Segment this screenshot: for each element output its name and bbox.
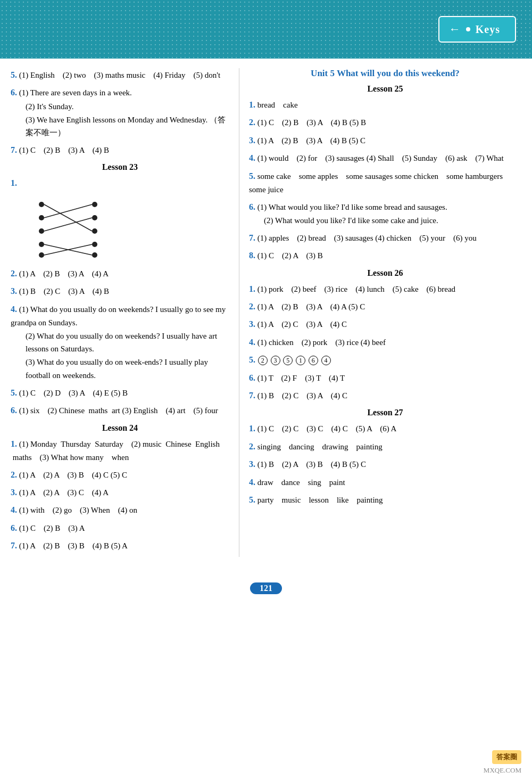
l26-q1-number: 1. (249, 284, 255, 293)
q7-block: 7. (1) C (2) B (3) A (4) B (11, 143, 229, 157)
l26-q5-number: 5. (249, 355, 255, 364)
l25-q6-line1: (1) What would you like? I'd like some b… (255, 203, 447, 211)
content-area: 5. (1) English (2) two (3) maths music (… (0, 59, 532, 573)
l25-q3-number: 3. (249, 136, 255, 145)
l25-q5-content: some cake some apples some sausages some… (249, 172, 509, 194)
svg-line-8 (44, 218, 92, 231)
l24-q3-number: 3. (11, 488, 17, 497)
l23-q6-content: (1) six (2) Chinese maths art (3) Englis… (19, 406, 218, 415)
back-arrow-icon: ← (449, 22, 461, 36)
l24-q1-block: 1. (1) Monday Thursday Saturday (2) musi… (11, 437, 229, 464)
l26-q2-block: 2. (1) A (2) B (3) A (4) A (5) C (249, 300, 521, 314)
l26-q7-block: 7. (1) B (2) C (3) A (4) C (249, 389, 521, 403)
q7-number: 7. (11, 145, 17, 154)
l26-q3-content: (1) A (2) C (3) A (4) C (257, 320, 347, 329)
l23-q6-number: 6. (11, 406, 17, 415)
l25-q4-block: 4. (1) would (2) for (3) sausages (4) Sh… (249, 151, 521, 165)
top-header: ← Keys (0, 0, 532, 59)
l23-q5-content: (1) C (2) D (3) A (4) E (5) B (19, 389, 128, 397)
svg-point-9 (39, 242, 44, 247)
l25-q2-content: (1) C (2) B (3) A (4) B (5) B (257, 118, 366, 127)
l26-q2-number: 2. (249, 302, 255, 311)
l24-q2-block: 2. (1) A (2) A (3) B (4) C (5) C (11, 468, 229, 482)
lesson25-title: Lesson 25 (249, 84, 521, 94)
l26-q3-number: 3. (249, 319, 255, 329)
l23-q3-content: (1) B (2) C (3) A (4) B (19, 287, 109, 295)
svg-point-10 (39, 252, 44, 258)
svg-point-1 (39, 215, 44, 220)
circled-2: 2 (258, 356, 268, 365)
l26-q4-content: (1) chicken (2) pork (3) rice (4) beef (257, 338, 386, 347)
circled-5: 5 (283, 356, 293, 365)
page-number-area: 121 (0, 582, 532, 594)
l25-q6-line2: (2) What would you like? I'd like some c… (249, 214, 521, 227)
l27-q1-block: 1. (1) C (2) C (3) C (4) C (5) A (6) A (249, 422, 521, 436)
l23-q4-block: 4. (1) What do you usually do on weekend… (11, 302, 229, 382)
matching-diagram (26, 194, 111, 263)
l26-q4-number: 4. (249, 338, 255, 347)
q5-block: 5. (1) English (2) two (3) maths music (… (11, 68, 229, 82)
l25-q8-number: 8. (249, 251, 255, 260)
l23-q1-number: 1. (11, 178, 17, 187)
q5-number: 5. (11, 70, 17, 79)
watermark: 答案圈 (492, 750, 521, 764)
l24-q4-block: 4. (1) with (2) go (3) When (4) on (11, 503, 229, 517)
l26-q1-content: (1) pork (2) beef (3) rice (4) lunch (5)… (257, 285, 455, 293)
l25-q8-block: 8. (1) C (2) A (3) B (249, 249, 521, 262)
l26-q6-block: 6. (1) T (2) F (3) T (4) T (249, 371, 521, 385)
l25-q6-number: 6. (249, 202, 255, 211)
svg-line-6 (44, 204, 92, 231)
l23-q2-number: 2. (11, 269, 17, 278)
l25-q5-block: 5. some cake some apples some sausages s… (249, 169, 521, 196)
l24-q7-block: 7. (1) A (2) B (3) B (4) B (5) A (11, 539, 229, 553)
svg-point-0 (39, 202, 44, 207)
l24-q1-number: 1. (11, 439, 17, 448)
l26-q7-content: (1) B (2) C (3) A (4) C (257, 391, 347, 400)
l25-q4-content: (1) would (2) for (3) sausages (4) Shall… (257, 154, 504, 162)
l25-q1-block: 1. bread cake (249, 98, 521, 112)
l25-q2-number: 2. (249, 118, 255, 127)
q6-block: 6. (1) There are seven days in a week. (… (11, 86, 229, 139)
l25-q7-content: (1) apples (2) bread (3) sausages (4) ch… (257, 234, 477, 242)
l24-q3-block: 3. (1) A (2) A (3) C (4) A (11, 486, 229, 499)
l25-q2-block: 2. (1) C (2) B (3) A (4) B (5) B (249, 116, 521, 129)
l27-q4-number: 4. (249, 478, 255, 487)
l23-q4-line1: (1) What do you usually do on weekends? … (11, 305, 226, 327)
circled-1: 1 (296, 356, 305, 365)
l25-q4-number: 4. (249, 153, 255, 162)
l27-q5-block: 5. party music lesson like painting (249, 493, 521, 507)
l26-q6-number: 6. (249, 373, 255, 382)
l23-q3-number: 3. (11, 286, 17, 295)
lesson26-title: Lesson 26 (249, 268, 521, 278)
l27-q3-number: 3. (249, 459, 255, 469)
left-column: 5. (1) English (2) two (3) maths music (… (11, 68, 239, 557)
l26-q1-block: 1. (1) pork (2) beef (3) rice (4) lunch … (249, 282, 521, 296)
right-column: Unit 5 What will you do this weekend? Le… (239, 68, 521, 557)
keys-label: Keys (476, 23, 500, 36)
lesson27-title: Lesson 27 (249, 408, 521, 417)
l27-q2-content: singing dancing drawing painting (257, 442, 383, 451)
l24-q7-content: (1) A (2) B (3) B (4) B (5) A (19, 541, 128, 550)
l23-q2-content: (1) A (2) B (3) A (4) A (19, 269, 109, 278)
l27-q4-content: draw dance sing paint (257, 478, 345, 487)
svg-point-11 (92, 242, 97, 247)
q6-line1: (1) There are seven days in a week. (17, 88, 132, 97)
page-number-box: 121 (250, 582, 282, 594)
q6-line3: (3) We have English lessons on Monday an… (11, 113, 229, 140)
l23-q1-block: 1. (11, 176, 229, 262)
l26-q3-block: 3. (1) A (2) C (3) A (4) C (249, 317, 521, 331)
l23-q5-number: 5. (11, 388, 17, 397)
l23-q4-number: 4. (11, 305, 17, 314)
svg-point-5 (92, 228, 97, 234)
l26-q7-number: 7. (249, 391, 255, 400)
l24-q6-number: 6. (11, 523, 17, 532)
keys-button[interactable]: ← Keys (438, 16, 516, 43)
l24-q4-content: (1) with (2) go (3) When (4) on (19, 506, 137, 514)
svg-point-12 (92, 252, 97, 258)
svg-line-7 (44, 204, 92, 218)
l23-q2-block: 2. (1) A (2) B (3) A (4) A (11, 267, 229, 281)
l27-q2-number: 2. (249, 442, 255, 451)
circled-6: 6 (309, 356, 318, 365)
l23-q4-line2: (2) What do you usually do on weekends? … (11, 330, 229, 356)
q6-number: 6. (11, 88, 17, 97)
